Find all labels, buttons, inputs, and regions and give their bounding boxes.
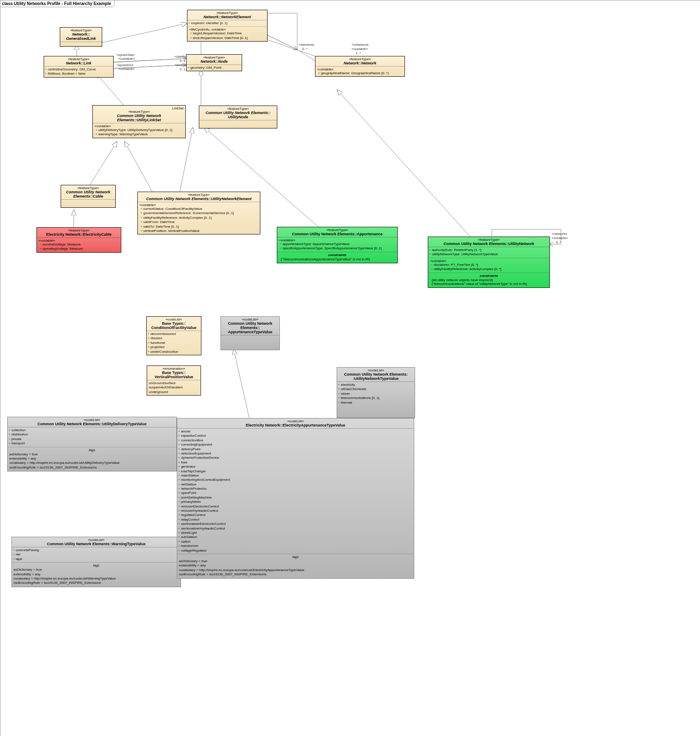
lbl: 1..* (356, 51, 361, 55)
enum-vertical-position: «enumeration»Base Types:: VerticalPositi… (147, 365, 201, 396)
svg-line-12 (234, 349, 249, 418)
lbl: +inNetwork (351, 43, 368, 47)
class-utility-node: «featureType»Common Utility Network Elem… (199, 106, 277, 128)
class-node: «featureType»Network::Node geometry: GM_… (186, 54, 242, 71)
class-network-element: «featureType»Network::NetworkElement ins… (187, 10, 268, 42)
lbl: «voidable» (552, 236, 568, 240)
svg-line-6 (90, 142, 117, 185)
lbl: 0..1 (180, 59, 185, 63)
svg-line-11 (337, 90, 470, 237)
codelist-condition-of-facility: «codeList»Base Types:: ConditionOfFacili… (146, 316, 201, 355)
lbl: +spokeStart (116, 53, 134, 57)
class-link: «featureType»Network::Link centrelineGeo… (44, 56, 114, 78)
lbl: «voidable» (351, 47, 368, 51)
lbl: +spokeEnd (116, 63, 133, 67)
lbl: 0..* (556, 240, 561, 244)
codelist-utility-delivery-type: «codeList»Common Utility Network Element… (7, 417, 177, 471)
codelist-utility-network-type: «codeList»Common Utility Network Element… (337, 367, 415, 418)
lbl: «voidable» (118, 57, 135, 61)
class-generalised-link: «featureType»Network:: GeneralisedLink (60, 27, 102, 47)
class-utility-network: «featureType»Common Utility Network Elem… (428, 237, 550, 288)
frame-title: class Utility Networks Profile - Full Hi… (0, 0, 115, 7)
class-cable: «featureType»Common Utility Network Elem… (61, 185, 116, 208)
diagram-frame: class Utility Networks Profile - Full Hi… (0, 0, 700, 736)
lbl: 0..* (302, 47, 307, 51)
codelist-warning-type: «codeList»Common Utility Network Element… (11, 537, 181, 587)
codelist-elec-appurtenance-type: «codeList»Electricity Network::Electrici… (177, 418, 414, 579)
class-electricity-cable: «featureType»Electricity Network::Electr… (36, 227, 121, 253)
class-network: «featureType»Network::Network «voidable»… (315, 56, 405, 77)
svg-line-8 (125, 142, 152, 192)
codelist-appurtenance-type: «codeList»Common Utility Network Element… (220, 316, 280, 350)
class-utility-network-element: «featureType»Common Utility Network Elem… (137, 192, 260, 234)
svg-line-0 (94, 23, 187, 45)
lbl: +networks (552, 232, 567, 236)
elec-items: anodecapacitorControlconnectionBoxcorrec… (177, 429, 414, 554)
lbl: «voidable» (118, 67, 135, 71)
lbl: +elements (298, 43, 314, 47)
class-utility-link-set: LinkSet «featureType»Common Utility Netw… (92, 105, 186, 138)
lbl: 0..1 (180, 67, 185, 71)
class-appurtenance: «featureType»Common Utility Network Elem… (277, 227, 398, 263)
